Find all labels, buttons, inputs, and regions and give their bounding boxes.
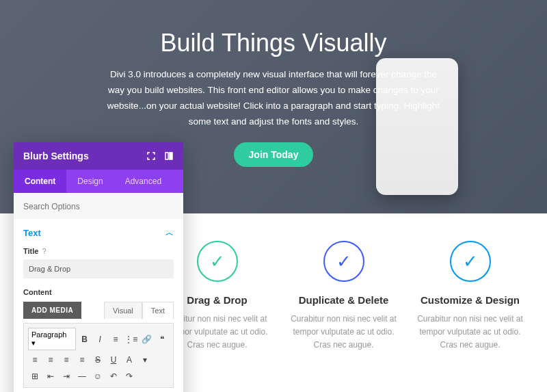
undo-icon[interactable]: ↶ (107, 369, 120, 383)
expand-icon[interactable] (146, 151, 156, 161)
paragraph-select[interactable]: Paragraph ▾ (28, 328, 76, 350)
chevron-up-icon[interactable]: ︿ (165, 227, 174, 239)
bold-icon[interactable]: B (78, 332, 92, 346)
help-icon[interactable]: ? (42, 247, 46, 255)
editor-tab-text[interactable]: Text (142, 302, 174, 319)
editor-tab-visual[interactable]: Visual (104, 302, 142, 319)
indent-icon[interactable]: ⇥ (59, 369, 73, 383)
feature-customize-design: ✓ Customize & Design Curabitur non nisi … (414, 241, 526, 352)
hero-subtitle: Divi 3.0 introduces a completely new vis… (106, 67, 441, 130)
feature-title: Customize & Design (414, 294, 526, 306)
join-today-button[interactable]: Join Today (234, 142, 314, 167)
blurb-settings-panel: Blurb Settings Content Design Advanced T… (14, 142, 183, 392)
content-label: Content (23, 288, 174, 296)
svg-rect-0 (165, 153, 168, 159)
tab-content[interactable]: Content (14, 170, 66, 193)
emoji-icon[interactable]: ☺ (91, 369, 105, 383)
table-icon[interactable]: ⊞ (28, 369, 42, 383)
panel-body: Text ︿ Title ? Content ADD MEDIA Visual … (14, 219, 183, 392)
check-icon: ✓ (450, 241, 491, 282)
feature-body: Curabitur non nisi nec velit at tempor v… (414, 313, 526, 352)
section-label: Text (23, 228, 41, 238)
numbered-list-icon[interactable]: ⋮≡ (124, 332, 138, 346)
check-icon: ✓ (197, 241, 238, 282)
quote-icon[interactable]: ❝ (155, 332, 169, 346)
outdent-icon[interactable]: ⇤ (44, 369, 57, 383)
check-icon: ✓ (323, 241, 364, 282)
panel-header[interactable]: Blurb Settings (14, 142, 183, 170)
snap-icon[interactable] (164, 151, 174, 161)
align-right-icon[interactable]: ≡ (59, 353, 73, 367)
text-color-icon[interactable]: A (122, 353, 136, 367)
section-header-text[interactable]: Text ︿ (23, 227, 174, 239)
search-input[interactable] (23, 202, 174, 211)
svg-rect-1 (170, 153, 172, 159)
tab-advanced[interactable]: Advanced (114, 170, 172, 193)
link-icon[interactable]: 🔗 (140, 332, 154, 346)
strikethrough-icon[interactable]: S (91, 353, 105, 367)
panel-tabs: Content Design Advanced (14, 170, 183, 193)
tab-design[interactable]: Design (66, 170, 114, 193)
more-icon[interactable]: ▾ (138, 353, 152, 367)
italic-icon[interactable]: I (93, 332, 107, 346)
underline-icon[interactable]: U (107, 353, 120, 367)
feature-duplicate-delete: ✓ Duplicate & Delete Curabitur non nisi … (287, 241, 400, 352)
bullet-list-icon[interactable]: ≡ (109, 332, 122, 346)
search-options (14, 193, 183, 219)
panel-title: Blurb Settings (23, 151, 89, 161)
align-left-icon[interactable]: ≡ (28, 353, 42, 367)
hero-title: Build Things Visually (161, 29, 387, 57)
title-label: Title ? (23, 247, 174, 255)
add-media-button[interactable]: ADD MEDIA (23, 302, 81, 319)
editor-toolbar: Paragraph ▾ B I ≡ ⋮≡ 🔗 ❝ ≡ ≡ ≡ ≡ S U A ▾… (23, 323, 174, 388)
title-input[interactable] (23, 259, 174, 278)
hr-icon[interactable]: — (75, 369, 89, 383)
align-justify-icon[interactable]: ≡ (75, 353, 89, 367)
redo-icon[interactable]: ↷ (122, 369, 136, 383)
feature-body: Curabitur non nisi nec velit at tempor v… (287, 313, 400, 352)
align-center-icon[interactable]: ≡ (44, 353, 57, 367)
feature-title: Duplicate & Delete (287, 294, 400, 306)
